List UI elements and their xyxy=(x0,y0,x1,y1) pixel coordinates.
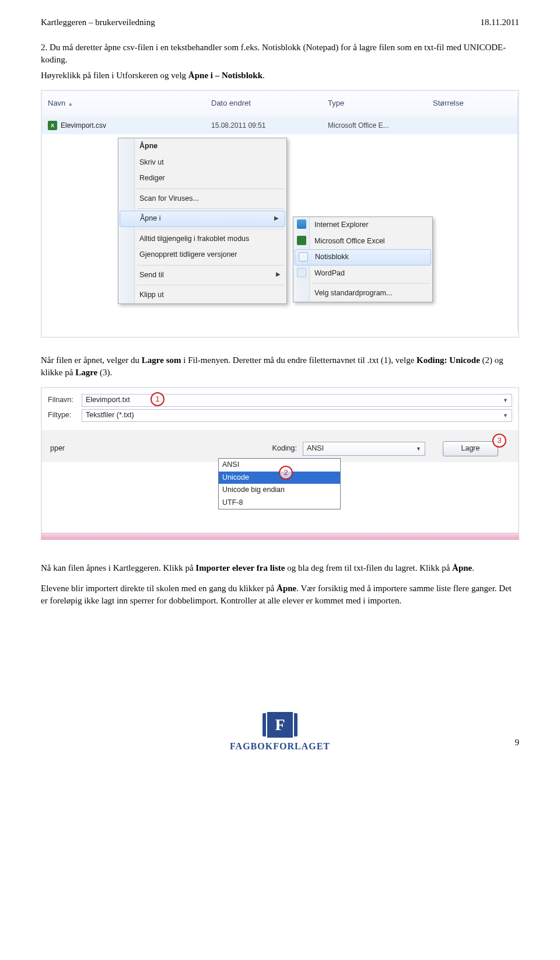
menu-item[interactable]: Scan for Viruses... xyxy=(118,191,286,207)
sort-caret-icon: ▲ xyxy=(68,101,73,107)
menu-item[interactable]: Åpne xyxy=(118,138,286,155)
col-navn[interactable]: Navn▲ xyxy=(42,98,205,109)
menu-item[interactable]: Alltid tilgjengelig i frakoblet modus xyxy=(118,231,286,247)
paragraph-1b: Høyreklikk på filen i Utforskeren og vel… xyxy=(41,69,519,82)
menu-item[interactable]: Skriv ut xyxy=(118,155,286,171)
paragraph-3: Nå kan filen åpnes i Kartleggeren. Klikk… xyxy=(41,562,519,574)
logo-mark-icon: F xyxy=(267,712,293,738)
chevron-down-icon: ▼ xyxy=(416,445,421,453)
col-dato[interactable]: Dato endret xyxy=(205,98,322,109)
file-name: Elevimport.csv xyxy=(61,121,106,131)
np-icon xyxy=(299,252,308,261)
lagre-button[interactable]: Lagre xyxy=(443,441,498,456)
submenu-arrow-icon: ▶ xyxy=(276,270,281,278)
menu-item[interactable]: WordPad xyxy=(293,266,432,282)
publisher-logo: F FAGBOKFORLAGET xyxy=(230,712,330,753)
submenu-arrow-icon: ▶ xyxy=(274,214,279,222)
wp-icon xyxy=(297,268,306,277)
doc-title: Kartleggeren – brukerveiledning xyxy=(41,16,155,29)
screenshot-explorer: Navn▲ Dato endret Type Størrelse X Elevi… xyxy=(41,90,519,338)
screenshot-save-dialog: Filnavn: Elevimport.txt▼ Filtype: Tekstf… xyxy=(41,387,519,539)
file-date: 15.08.2011 09:51 xyxy=(205,121,322,131)
chevron-down-icon[interactable]: ▼ xyxy=(503,412,508,420)
context-menu-1: ÅpneSkriv utRedigerScan for Viruses...Åp… xyxy=(118,138,287,304)
file-type: Microsoft Office E... xyxy=(322,121,427,131)
taskbar-strip xyxy=(41,533,519,540)
callout-3: 3 xyxy=(492,434,506,448)
xl-icon xyxy=(297,236,306,245)
koding-dropdown: ANSIUnicodeUnicode big endianUTF-8 xyxy=(218,458,341,509)
filnavn-label: Filnavn: xyxy=(48,395,82,406)
menu-item[interactable]: Åpne i▶ xyxy=(120,211,285,227)
menu-item[interactable]: Microsoft Office Excel xyxy=(293,233,432,250)
filtype-input[interactable]: Tekstfiler (*.txt)▼ xyxy=(82,409,512,422)
paragraph-4: Elevene blir importert direkte til skole… xyxy=(41,582,519,607)
file-row[interactable]: X Elevimport.csv 15.08.2011 09:51 Micros… xyxy=(42,117,518,134)
filnavn-input[interactable]: Elevimport.txt▼ xyxy=(82,394,512,407)
menu-item[interactable]: Gjenopprett tidligere versjoner xyxy=(118,247,286,263)
menu-item[interactable]: Rediger xyxy=(118,170,286,187)
folders-truncated: pper xyxy=(50,444,97,454)
menu-item[interactable]: Velg standardprogram... xyxy=(293,285,432,302)
koding-combo[interactable]: ANSI▼ xyxy=(303,442,425,456)
ie-icon xyxy=(297,219,306,229)
paragraph-2: Når filen er åpnet, velger du Lagre som … xyxy=(41,354,519,379)
menu-item[interactable]: Notisblokk xyxy=(295,249,431,266)
callout-1: 1 xyxy=(150,392,164,406)
koding-label: Koding: xyxy=(272,444,297,454)
chevron-down-icon[interactable]: ▼ xyxy=(503,397,508,404)
excel-file-icon: X xyxy=(48,121,57,130)
explorer-column-header: Navn▲ Dato endret Type Størrelse xyxy=(42,91,518,117)
context-menu-2: Internet ExplorerMicrosoft Office ExcelN… xyxy=(293,217,433,302)
logo-word: FAGBOKFORLAGET xyxy=(230,740,330,753)
doc-date: 18.11.2011 xyxy=(481,16,519,29)
koding-option[interactable]: Unicode big endian xyxy=(219,484,340,497)
menu-item[interactable]: Klipp ut xyxy=(118,287,286,303)
menu-item[interactable]: Internet Explorer xyxy=(293,217,432,233)
col-storrelse[interactable]: Størrelse xyxy=(427,98,518,109)
paragraph-1a: 2. Du må deretter åpne csv-filen i en te… xyxy=(41,41,519,66)
page-number: 9 xyxy=(515,736,520,749)
callout-2: 2 xyxy=(279,466,293,480)
filtype-label: Filtype: xyxy=(48,410,82,421)
col-type[interactable]: Type xyxy=(322,98,427,109)
menu-item[interactable]: Send til▶ xyxy=(118,267,286,284)
koding-option[interactable]: UTF-8 xyxy=(219,497,340,509)
